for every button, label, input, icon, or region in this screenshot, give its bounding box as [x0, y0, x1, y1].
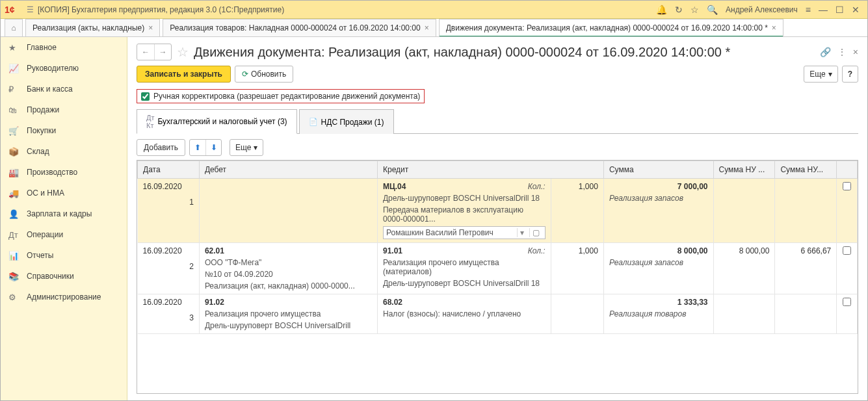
nav-label: Справочники: [27, 272, 74, 281]
manual-edit-label: Ручная корректировка (разрешает редактир…: [153, 92, 420, 101]
main-menu-icon[interactable]: ☰: [27, 5, 34, 14]
nav-label: Покупки: [27, 126, 56, 135]
col-sum-nu-dt[interactable]: Сумма НУ ...: [713, 161, 775, 179]
nav-icon: 🛒: [8, 126, 20, 136]
row-checkbox[interactable]: [843, 298, 851, 306]
more-actions-icon[interactable]: ⋮: [837, 47, 847, 57]
nav-icon: ★: [8, 43, 20, 53]
subtab-vat[interactable]: 📄 НДС Продажи (1): [299, 109, 394, 134]
minimize-icon[interactable]: —: [819, 5, 828, 15]
subtab-accounting[interactable]: ДтКт Бухгалтерский и налоговый учет (3): [137, 109, 297, 134]
favorites-icon[interactable]: ☆: [690, 5, 699, 15]
cell-credit-line: Передача материалов в эксплуатацию 0000-…: [383, 205, 546, 224]
save-close-button[interactable]: Записать и закрыть: [137, 66, 231, 83]
move-down-button[interactable]: ⬇: [205, 140, 221, 155]
search-icon[interactable]: 🔍: [707, 5, 718, 15]
sidebar-item-2[interactable]: ₽Банк и касса: [1, 79, 127, 99]
refresh-button[interactable]: ⟳ Обновить: [235, 66, 293, 83]
table-row[interactable]: 16.09.2020391.02Реализация прочего имуще…: [138, 294, 858, 334]
sidebar-item-4[interactable]: 🛒Покупки: [1, 120, 127, 141]
tab-0[interactable]: Реализация (акты, накладные) ×: [25, 19, 160, 36]
cell-sum-nu-kt: 6 666,67: [801, 246, 832, 255]
nav-icon: 🚚: [8, 188, 20, 198]
sidebar-item-8[interactable]: 👤Зарплата и кадры: [1, 203, 127, 224]
cell-desc: Реализация товаров: [609, 309, 708, 318]
sidebar-item-6[interactable]: 🏭Производство: [1, 162, 127, 183]
chevron-down-icon: ▾: [828, 70, 832, 79]
cell-date: 16.09.2020: [143, 182, 194, 191]
nav-icon: Дт: [8, 230, 20, 240]
table-row[interactable]: 16.09.20201МЦ.04Кол.:Дрель-шуруповерт BO…: [138, 179, 858, 243]
sidebar-item-5[interactable]: 📦Склад: [1, 141, 127, 162]
nav-label: Руководителю: [27, 64, 79, 73]
dropdown-icon[interactable]: ▾: [517, 228, 527, 237]
help-button[interactable]: ?: [842, 66, 858, 83]
current-user[interactable]: Андрей Алексеевич: [726, 5, 798, 14]
sidebar-item-0[interactable]: ★Главное: [1, 37, 127, 58]
nav-label: Банк и касса: [27, 84, 73, 94]
nav-buttons: ← →: [137, 44, 172, 60]
sidebar-item-12[interactable]: ⚙Администрирование: [1, 287, 127, 307]
sidebar: ★Главное📈Руководителю₽Банк и касса🛍Прода…: [1, 37, 127, 400]
maximize-icon[interactable]: ☐: [835, 5, 844, 15]
page-title: Движения документа: Реализация (акт, нак…: [194, 45, 813, 60]
col-credit[interactable]: Кредит: [377, 161, 603, 179]
more-label: Еще: [235, 143, 251, 152]
close-tab-icon[interactable]: ×: [772, 23, 776, 32]
tab-label: Движения документа: Реализация (акт, нак…: [446, 23, 768, 32]
col-sum-nu-kt[interactable]: Сумма НУ...: [775, 161, 837, 179]
credit-person-input[interactable]: [386, 228, 514, 237]
sidebar-item-1[interactable]: 📈Руководителю: [1, 58, 127, 79]
cell-credit-line: Реализация прочего имущества (материалов…: [383, 258, 546, 276]
manual-edit-checkbox[interactable]: [141, 92, 150, 101]
add-row-button[interactable]: Добавить: [137, 139, 185, 156]
cell-sum-nu-dt: 8 000,00: [739, 246, 770, 255]
nav-icon: 🛍: [8, 105, 20, 115]
sidebar-item-11[interactable]: 📚Справочники: [1, 266, 127, 287]
close-tab-icon[interactable]: ×: [148, 23, 153, 32]
row-checkbox[interactable]: [843, 182, 851, 190]
grid-header: Дата Дебет Кредит Сумма Сумма НУ ... Сум…: [138, 161, 858, 179]
nav-back-button[interactable]: ←: [137, 44, 154, 60]
tab-1[interactable]: Реализация товаров: Накладная 0000-00002…: [163, 19, 436, 36]
main-content: ← → ☆ Движения документа: Реализация (ак…: [127, 37, 867, 400]
cell-row-num: 1: [143, 198, 194, 207]
close-page-icon[interactable]: ×: [853, 47, 858, 57]
table-row[interactable]: 16.09.2020262.01ООО "ТФ-Мега"№10 от 04.0…: [138, 243, 858, 294]
settings-icon[interactable]: ≡: [806, 5, 811, 15]
nav-label: Склад: [27, 147, 49, 156]
sidebar-item-7[interactable]: 🚚ОС и НМА: [1, 183, 127, 203]
col-check[interactable]: [837, 161, 858, 179]
cell-desc: Реализация запасов: [609, 194, 708, 203]
vat-icon: 📄: [309, 118, 318, 126]
close-tab-icon[interactable]: ×: [425, 23, 429, 32]
sidebar-item-9[interactable]: ДтОперации: [1, 224, 127, 245]
col-date[interactable]: Дата: [138, 161, 200, 179]
history-icon[interactable]: ↻: [675, 5, 683, 15]
sidebar-item-3[interactable]: 🛍Продажи: [1, 99, 127, 120]
cell-debit-line: Дрель-шуруповерт BOSCH UniversalDrill: [205, 321, 372, 330]
open-dialog-icon[interactable]: ▢: [529, 228, 542, 237]
sidebar-item-10[interactable]: 📊Отчеты: [1, 245, 127, 266]
grid-more-button[interactable]: Еще ▾: [230, 139, 263, 156]
move-up-button[interactable]: ⬆: [190, 140, 205, 155]
row-checkbox[interactable]: [843, 246, 851, 255]
more-button[interactable]: Еще ▾: [804, 66, 837, 83]
window-title: [КОПИЯ] Бухгалтерия предприятия, редакци…: [38, 5, 284, 14]
cell-kol-label: Кол.:: [528, 182, 546, 191]
nav-forward-button[interactable]: →: [154, 44, 171, 60]
favorite-star-icon[interactable]: ☆: [177, 44, 189, 60]
home-tab[interactable]: ⌂: [5, 19, 23, 36]
tab-2[interactable]: Движения документа: Реализация (акт, нак…: [439, 19, 783, 36]
tab-label: Реализация (акты, накладные): [33, 23, 144, 32]
chevron-down-icon: ▾: [254, 143, 257, 152]
close-window-icon[interactable]: ✕: [852, 5, 860, 15]
nav-label: Операции: [27, 230, 63, 239]
col-debit[interactable]: Дебет: [199, 161, 377, 179]
link-icon[interactable]: 🔗: [820, 47, 831, 57]
col-sum[interactable]: Сумма: [603, 161, 713, 179]
notifications-icon[interactable]: 🔔: [656, 5, 667, 15]
accounting-grid: Дата Дебет Кредит Сумма Сумма НУ ... Сум…: [137, 160, 858, 394]
cell-date: 16.09.2020: [143, 298, 194, 307]
tabstrip: ⌂ Реализация (акты, накладные) × Реализа…: [1, 19, 867, 37]
